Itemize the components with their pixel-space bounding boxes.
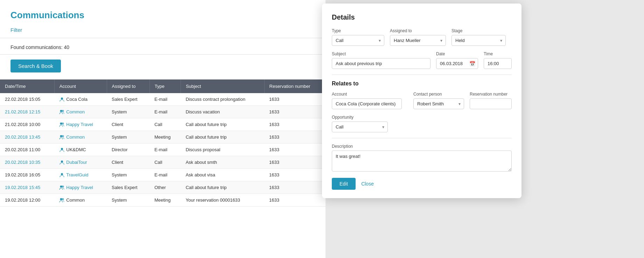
cell-account: DubaiTour bbox=[54, 156, 107, 169]
cell-reservation: 1633 bbox=[264, 144, 326, 156]
cell-assigned: System bbox=[107, 131, 149, 144]
divider-2 bbox=[332, 138, 512, 138]
table-row: 19.02.2018 16:05 TravelGuidSystemE-mailA… bbox=[0, 169, 326, 181]
datetime-link[interactable]: 19.02.2018 15:45 bbox=[5, 185, 40, 190]
cell-reservation: 1633 bbox=[264, 131, 326, 144]
table-row: 19.02.2018 12:00 CommonSystemMeetingYour… bbox=[0, 194, 326, 207]
cell-reservation: 1633 bbox=[264, 194, 326, 207]
col-account: Account bbox=[54, 79, 107, 93]
cell-type: E-mail bbox=[149, 144, 181, 156]
cell-type: Call bbox=[149, 156, 181, 169]
datetime-link[interactable]: 20.02.2018 13:45 bbox=[5, 134, 40, 140]
cell-type: Meeting bbox=[149, 194, 181, 207]
contact-select[interactable]: Robert Smith bbox=[413, 98, 464, 109]
cell-account: Common bbox=[54, 194, 107, 207]
details-row-4: Opportunity Call bbox=[332, 115, 512, 132]
details-title: Details bbox=[332, 13, 512, 21]
account-link[interactable]: Happy Travel bbox=[66, 185, 93, 190]
type-label: Type bbox=[332, 28, 384, 33]
communications-table: Date/Time Account Assigned to Type Subje… bbox=[0, 79, 326, 207]
col-reservation: Reservation number bbox=[264, 79, 326, 93]
col-type: Type bbox=[149, 79, 181, 93]
cell-assigned: Sales Expert bbox=[107, 181, 149, 194]
cell-type: Call bbox=[149, 118, 181, 131]
single-account-icon bbox=[59, 173, 65, 177]
cell-datetime: 20.02.2018 10:35 bbox=[0, 156, 54, 169]
cell-reservation: 1633 bbox=[264, 156, 326, 169]
group-account-icon bbox=[59, 110, 65, 114]
datetime-link[interactable]: 20.02.2018 10:35 bbox=[5, 160, 40, 165]
cell-reservation: 1633 bbox=[264, 181, 326, 194]
account-input[interactable] bbox=[332, 98, 402, 109]
stage-group: Stage Held bbox=[451, 28, 506, 46]
cell-account: Common bbox=[54, 106, 107, 118]
cell-reservation: 1633 bbox=[264, 118, 326, 131]
svg-point-13 bbox=[62, 198, 64, 200]
description-group: Description It was great! bbox=[332, 144, 512, 172]
description-label: Description bbox=[332, 144, 512, 149]
col-datetime: Date/Time bbox=[0, 79, 54, 93]
account-link[interactable]: Common bbox=[66, 109, 85, 114]
cell-account: Common bbox=[54, 131, 107, 144]
relates-to-label: Relates to bbox=[332, 81, 512, 87]
col-assigned: Assigned to bbox=[107, 79, 149, 93]
account-link[interactable]: Happy Travel bbox=[66, 122, 93, 127]
reservation-number-label: Reservation number bbox=[470, 92, 512, 97]
assigned-select[interactable]: Hanz Mueller bbox=[390, 35, 446, 46]
single-account-icon bbox=[59, 97, 65, 102]
opportunity-select[interactable]: Call bbox=[332, 121, 388, 132]
table-row: 21.02.2018 10:00 Happy TravelClientCallC… bbox=[0, 118, 326, 131]
table-row: 20.02.2018 11:00 UK&DMCDirectorE-mailDis… bbox=[0, 144, 326, 156]
opportunity-group: Opportunity Call bbox=[332, 115, 388, 132]
group-account-icon bbox=[59, 198, 65, 203]
assigned-label: Assigned to bbox=[390, 28, 446, 33]
cell-reservation: 1633 bbox=[264, 169, 326, 181]
found-communications: Found communications: 40 bbox=[0, 38, 326, 55]
opportunity-label: Opportunity bbox=[332, 115, 388, 120]
reservation-number-input[interactable] bbox=[470, 98, 512, 109]
single-account-icon bbox=[59, 160, 65, 165]
subject-label: Subject bbox=[332, 51, 430, 56]
group-account-icon bbox=[59, 135, 65, 140]
cell-subject: Call about future trip bbox=[181, 131, 264, 144]
svg-point-4 bbox=[62, 123, 64, 125]
close-button[interactable]: Close bbox=[361, 181, 374, 187]
time-input[interactable] bbox=[484, 58, 512, 69]
cell-subject: Ask about smth bbox=[181, 156, 264, 169]
account-name: UK&DMC bbox=[66, 147, 86, 152]
cell-subject: Call about future trip bbox=[181, 118, 264, 131]
stage-select[interactable]: Held bbox=[451, 35, 506, 46]
filter-toggle[interactable]: Filter bbox=[10, 27, 22, 33]
cell-datetime: 20.02.2018 11:00 bbox=[0, 144, 54, 156]
cell-reservation: 1633 bbox=[264, 93, 326, 106]
account-link[interactable]: TravelGuid bbox=[66, 172, 88, 177]
cell-account: Coca Cola bbox=[54, 93, 107, 106]
date-input-wrapper: 📅 bbox=[436, 58, 478, 69]
cell-datetime: 21.02.2018 10:00 bbox=[0, 118, 54, 131]
svg-point-6 bbox=[62, 135, 64, 137]
calendar-icon[interactable]: 📅 bbox=[469, 61, 475, 67]
table-row: 20.02.2018 13:45 CommonSystemMeetingCall… bbox=[0, 131, 326, 144]
svg-point-8 bbox=[61, 160, 63, 162]
cell-datetime: 22.02.2018 15:05 bbox=[0, 93, 54, 106]
date-label: Date bbox=[436, 51, 478, 56]
cell-assigned: Client bbox=[107, 118, 149, 131]
edit-button[interactable]: Edit bbox=[332, 178, 356, 190]
cell-account: TravelGuid bbox=[54, 169, 107, 181]
opportunity-select-wrapper: Call bbox=[332, 121, 388, 132]
table-row: 21.02.2018 12:15 CommonSystemE-mailDiscu… bbox=[0, 106, 326, 118]
found-count: 40 bbox=[64, 44, 70, 50]
details-row-1: Type Call Assigned to Hanz Mueller Stage bbox=[332, 28, 512, 46]
cell-type: E-mail bbox=[149, 93, 181, 106]
account-link[interactable]: DubaiTour bbox=[66, 160, 87, 165]
search-book-button[interactable]: Search & Book bbox=[10, 60, 61, 72]
description-textarea[interactable]: It was great! bbox=[332, 151, 512, 172]
found-label: Found communications: bbox=[10, 44, 63, 50]
cell-type: E-mail bbox=[149, 106, 181, 118]
contact-label: Contact person bbox=[413, 92, 464, 97]
type-select[interactable]: Call bbox=[332, 35, 384, 46]
cell-assigned: System bbox=[107, 194, 149, 207]
datetime-link[interactable]: 21.02.2018 12:15 bbox=[5, 109, 40, 114]
subject-input[interactable] bbox=[332, 58, 430, 69]
account-link[interactable]: Common bbox=[66, 134, 85, 140]
